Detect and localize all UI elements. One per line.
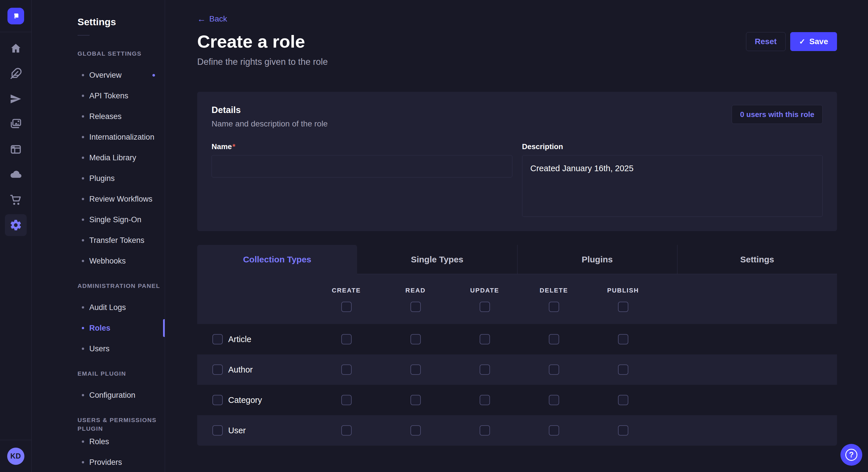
sidebar-item-transfer-tokens[interactable]: Transfer Tokens (32, 230, 165, 250)
tab-single-types[interactable]: Single Types (357, 245, 517, 274)
user-publish-checkbox[interactable] (618, 425, 628, 436)
user-avatar[interactable]: KD (7, 448, 24, 465)
category-row-checkbox[interactable] (212, 395, 223, 405)
select-all-read-checkbox[interactable] (410, 302, 421, 312)
column-publish: PUBLISH (588, 274, 658, 324)
bullet-icon (82, 136, 84, 138)
save-label: Save (809, 37, 828, 46)
headline-row: Create a role Reset ✓ Save (197, 32, 837, 52)
app-root: KD Settings GLOBAL SETTINGS Overview API… (0, 0, 868, 472)
save-button[interactable]: ✓ Save (790, 32, 837, 51)
bullet-icon (82, 440, 84, 443)
required-asterisk: * (232, 142, 236, 151)
cell (450, 334, 519, 344)
sidebar-item-audit-logs[interactable]: Audit Logs (32, 297, 165, 318)
name-label: Name* (212, 142, 236, 151)
sidebar-item-roles-up[interactable]: Roles (32, 431, 165, 452)
sidebar-item-users[interactable]: Users (32, 338, 165, 359)
row-label: Category (228, 396, 262, 405)
select-all-create-checkbox[interactable] (341, 302, 352, 312)
strapi-logo[interactable] (7, 8, 24, 24)
cell (381, 425, 450, 436)
user-delete-checkbox[interactable] (549, 425, 559, 436)
column-label-update: UPDATE (470, 287, 499, 294)
sidebar-item-providers[interactable]: Providers (32, 452, 165, 472)
category-read-checkbox[interactable] (410, 395, 421, 405)
section-email-plugin: EMAIL PLUGIN (78, 369, 165, 378)
main-nav-rail: KD (0, 0, 32, 472)
user-read-checkbox[interactable] (410, 425, 421, 436)
article-delete-checkbox[interactable] (549, 334, 559, 344)
tab-plugins[interactable]: Plugins (517, 245, 677, 274)
role-name-input[interactable] (212, 155, 513, 177)
cell (450, 395, 519, 405)
reset-button[interactable]: Reset (746, 32, 786, 51)
sidebar-item-media-library[interactable]: Media Library (32, 147, 165, 168)
article-read-checkbox[interactable] (410, 334, 421, 344)
category-delete-checkbox[interactable] (549, 395, 559, 405)
select-all-delete-checkbox[interactable] (549, 302, 559, 312)
author-update-checkbox[interactable] (479, 365, 490, 375)
category-create-checkbox[interactable] (341, 395, 352, 405)
nav-home[interactable] (5, 38, 27, 59)
tab-settings[interactable]: Settings (677, 245, 837, 274)
author-create-checkbox[interactable] (341, 365, 352, 375)
author-delete-checkbox[interactable] (549, 365, 559, 375)
details-fields: Name* Description Created January 16th, … (212, 142, 823, 218)
article-row-checkbox[interactable] (212, 334, 223, 344)
nav-settings[interactable] (5, 214, 27, 236)
tab-collection-types[interactable]: Collection Types (197, 245, 357, 274)
users-with-role-button[interactable]: 0 users with this role (732, 105, 823, 124)
back-link[interactable]: ← Back (197, 14, 227, 24)
sidebar-item-single-sign-on[interactable]: Single Sign-On (32, 209, 165, 230)
nav-releases[interactable] (5, 88, 27, 110)
row-name-cell: Article (197, 334, 312, 344)
user-row-checkbox[interactable] (212, 425, 223, 436)
cell (381, 334, 450, 344)
category-update-checkbox[interactable] (479, 395, 490, 405)
sidebar-item-overview[interactable]: Overview (32, 65, 165, 86)
header-name-spacer (197, 274, 312, 324)
author-read-checkbox[interactable] (410, 365, 421, 375)
bullet-icon (82, 306, 84, 308)
header-filler (658, 274, 837, 324)
cell (519, 334, 588, 344)
category-publish-checkbox[interactable] (618, 395, 628, 405)
question-mark-icon: ? (845, 449, 857, 461)
home-icon (9, 42, 22, 55)
select-all-publish-checkbox[interactable] (618, 302, 628, 312)
role-description-textarea[interactable]: Created January 16th, 2025 (522, 155, 823, 217)
details-card-titles: Details Name and description of the role (212, 105, 328, 129)
article-create-checkbox[interactable] (341, 334, 352, 344)
section-global-settings: GLOBAL SETTINGS (78, 49, 165, 58)
table-row-article: Article (197, 324, 837, 355)
sidebar-item-api-tokens[interactable]: API Tokens (32, 86, 165, 106)
column-create: CREATE (312, 274, 381, 324)
select-all-update-checkbox[interactable] (479, 302, 490, 312)
nav-content-manager[interactable] (5, 63, 27, 85)
sidebar-item-internationalization[interactable]: Internationalization (32, 127, 165, 147)
nav-content-type-builder[interactable] (5, 138, 27, 160)
table-row-category: Category (197, 385, 837, 415)
details-subtitle: Name and description of the role (212, 119, 328, 129)
sidebar-item-releases[interactable]: Releases (32, 106, 165, 127)
author-publish-checkbox[interactable] (618, 365, 628, 375)
cell (381, 395, 450, 405)
shopping-cart-icon (9, 194, 22, 206)
nav-cloud[interactable] (5, 164, 27, 186)
user-update-checkbox[interactable] (479, 425, 490, 436)
author-row-checkbox[interactable] (212, 365, 223, 375)
article-update-checkbox[interactable] (479, 334, 490, 344)
nav-media-library[interactable] (5, 113, 27, 135)
help-button[interactable]: ? (840, 444, 862, 466)
sidebar-item-plugins[interactable]: Plugins (32, 168, 165, 189)
sidebar-item-review-workflows[interactable]: Review Workflows (32, 189, 165, 209)
sidebar-item-webhooks[interactable]: Webhooks (32, 250, 165, 271)
article-publish-checkbox[interactable] (618, 334, 628, 344)
media-library-icon (9, 118, 22, 131)
user-create-checkbox[interactable] (341, 425, 352, 436)
details-title: Details (212, 105, 328, 115)
sidebar-item-configuration[interactable]: Configuration (32, 385, 165, 405)
nav-marketplace[interactable] (5, 189, 27, 211)
sidebar-item-roles-admin[interactable]: Roles (32, 318, 165, 338)
